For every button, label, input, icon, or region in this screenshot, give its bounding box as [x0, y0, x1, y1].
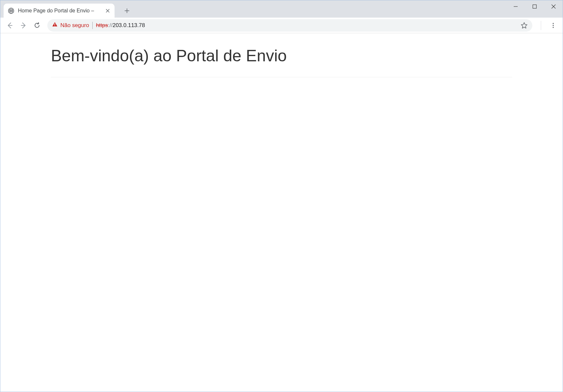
security-indicator[interactable]: Não seguro [52, 22, 89, 29]
svg-rect-1 [533, 5, 537, 8]
url-display: https://203.0.113.78 [96, 22, 517, 29]
page-heading: Bem-vindo(a) ao Portal de Envio [51, 46, 512, 77]
new-tab-button[interactable] [121, 5, 133, 17]
back-button[interactable] [4, 19, 16, 32]
maximize-button[interactable] [525, 0, 544, 13]
browser-tab[interactable]: Home Page do Portal de Envio – [4, 4, 115, 18]
warning-icon [52, 22, 58, 29]
address-divider [92, 22, 93, 29]
window-controls [506, 0, 563, 13]
address-bar[interactable]: Não seguro https://203.0.113.78 [47, 19, 532, 32]
url-host: 203.0.113.78 [113, 22, 145, 29]
tab-bar: Home Page do Portal de Envio – [0, 0, 563, 18]
url-protocol: https [96, 22, 108, 29]
toolbar-divider [541, 21, 541, 30]
forward-button[interactable] [17, 19, 30, 32]
security-label: Não seguro [60, 22, 89, 29]
toolbar: Não seguro https://203.0.113.78 [0, 18, 563, 33]
close-window-button[interactable] [544, 0, 563, 13]
svg-point-15 [553, 23, 554, 24]
globe-icon [8, 7, 15, 14]
svg-rect-14 [55, 25, 55, 26]
browser-chrome: Home Page do Portal de Envio – Não segur… [0, 0, 563, 33]
menu-button[interactable] [547, 19, 559, 32]
reload-button[interactable] [31, 19, 43, 32]
svg-point-17 [553, 27, 554, 28]
svg-rect-13 [55, 23, 55, 25]
tab-title: Home Page do Portal de Envio – [18, 8, 102, 14]
page-content: Bem-vindo(a) ao Portal de Envio [0, 33, 563, 97]
close-tab-button[interactable] [105, 8, 111, 14]
svg-point-16 [553, 25, 554, 26]
bookmark-button[interactable] [521, 22, 528, 29]
url-slashes: :// [108, 22, 113, 29]
minimize-button[interactable] [506, 0, 525, 13]
